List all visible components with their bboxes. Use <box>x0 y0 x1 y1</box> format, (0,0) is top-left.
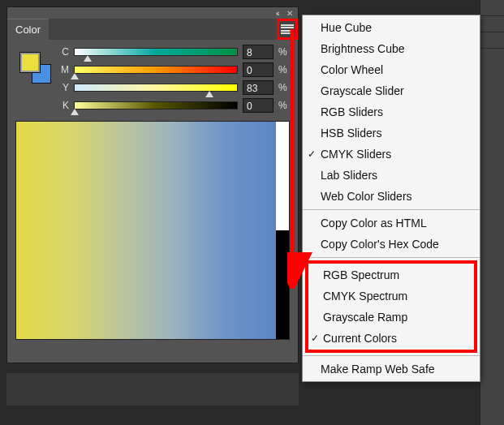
menu-item[interactable]: Brightness Cube <box>303 38 480 59</box>
handle-y[interactable] <box>205 91 213 97</box>
menu-item[interactable]: Copy Color as HTML <box>303 212 480 234</box>
value-m[interactable]: 0 <box>243 62 274 77</box>
ramp-white[interactable] <box>276 122 289 230</box>
menu-item[interactable]: Grayscale Slider <box>303 80 480 101</box>
panel-shelf <box>6 373 299 406</box>
handle-m[interactable] <box>71 73 79 79</box>
color-ramp-gradient[interactable] <box>16 122 276 339</box>
panel-menu-icon[interactable] <box>281 24 294 34</box>
menu-item[interactable]: Make Ramp Web Safe <box>303 358 480 380</box>
menu-separator <box>303 355 480 356</box>
menu-item[interactable]: RGB Spectrum <box>308 264 474 285</box>
panel-flyout-menu: Hue CubeBrightness CubeColor WheelGraysc… <box>302 15 480 382</box>
menu-item[interactable]: CMYK Sliders <box>303 144 480 165</box>
tab-color[interactable]: Color <box>7 19 49 40</box>
color-ramp[interactable] <box>15 121 290 340</box>
foreground-swatch[interactable] <box>20 53 40 72</box>
menu-item[interactable]: RGB Sliders <box>303 101 480 122</box>
label-k: K <box>56 100 69 111</box>
handle-k[interactable] <box>71 109 79 115</box>
menu-item[interactable]: Copy Color's Hex Code <box>303 234 480 255</box>
value-c[interactable]: 8 <box>243 45 274 59</box>
tab-bar: Color <box>7 19 298 40</box>
track-m[interactable] <box>74 66 238 74</box>
menu-item[interactable]: Lab Sliders <box>303 165 480 186</box>
menu-item[interactable]: CMYK Spectrum <box>308 285 474 307</box>
close-icon[interactable] <box>286 8 293 18</box>
menu-separator <box>303 209 480 210</box>
value-y[interactable]: 83 <box>243 80 274 95</box>
panel-header <box>7 7 298 19</box>
value-k[interactable]: 0 <box>243 98 274 113</box>
panel-menu-highlight <box>277 19 298 40</box>
slider-k: K 0 % <box>56 97 290 114</box>
label-m: M <box>56 64 69 75</box>
menu-item[interactable]: HSB Sliders <box>303 122 480 144</box>
color-panel: Color C 8 % M 0 % Y <box>6 6 299 363</box>
label-y: Y <box>56 82 69 93</box>
slider-m: M 0 % <box>56 61 290 79</box>
menu-group-highlight: RGB SpectrumCMYK SpectrumGrayscale RampC… <box>305 260 477 353</box>
slider-y: Y 83 % <box>56 79 290 97</box>
right-dock-strip <box>480 0 504 425</box>
handle-c[interactable] <box>84 55 92 62</box>
menu-separator <box>303 257 480 258</box>
collapse-icon[interactable] <box>276 8 278 18</box>
menu-item[interactable]: Grayscale Ramp <box>308 307 474 328</box>
track-c[interactable] <box>74 48 238 56</box>
ramp-black[interactable] <box>276 230 289 339</box>
track-k[interactable] <box>74 101 238 109</box>
menu-item[interactable]: Color Wheel <box>303 59 480 80</box>
menu-item[interactable]: Web Color Sliders <box>303 186 480 207</box>
ramp-bw-strip[interactable] <box>276 122 289 339</box>
menu-item[interactable]: Current Colors <box>308 328 474 349</box>
label-c: C <box>56 46 69 58</box>
menu-item[interactable]: Hue Cube <box>303 17 480 38</box>
slider-c: C 8 % <box>56 43 290 61</box>
track-y[interactable] <box>74 84 238 92</box>
color-swatches[interactable] <box>20 53 51 84</box>
